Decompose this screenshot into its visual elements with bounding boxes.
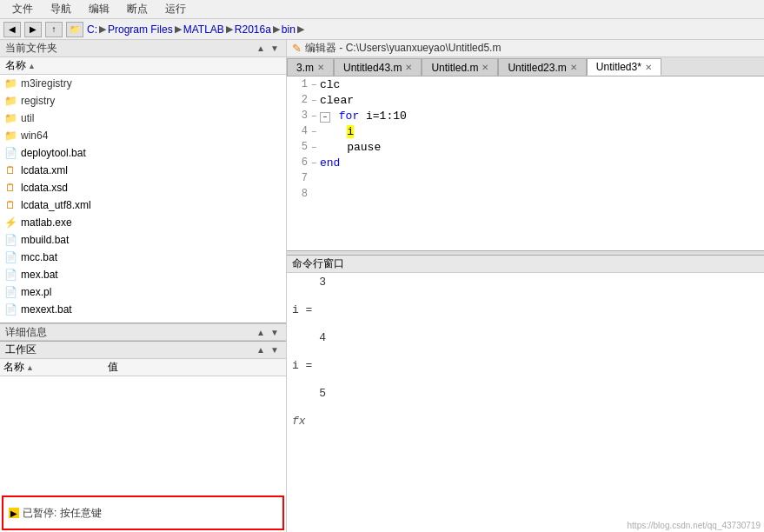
breadcrumb: C: ▶ Program Files ▶ MATLAB ▶ R2016a ▶ b… (87, 23, 304, 36)
tab-untitled-label: Untitled.m (431, 62, 478, 74)
list-item[interactable]: 📄 mexext.bat (0, 301, 286, 318)
ws-name-col[interactable]: 名称 ▲ (3, 360, 108, 375)
fx-label: fx (292, 415, 306, 428)
code-line-3: 3 – – for i=1:10 (287, 108, 764, 123)
path-program-files[interactable]: Program Files (108, 23, 173, 36)
browse-button[interactable]: 📁 (66, 22, 83, 37)
file-browser: 当前文件夹 ▲ ▼ 名称 ▲ 📁 m3iregistry (0, 40, 286, 323)
file-item-name: m3iregistry (21, 77, 72, 90)
code-line-6: 6 – end (287, 155, 764, 170)
code-line-2: 2 – clear (287, 92, 764, 108)
list-item[interactable]: 🗒 lcdata.xsd (0, 179, 286, 196)
tab-3m[interactable]: 3.m ✕ (287, 58, 334, 76)
details-up-btn[interactable]: ▲ (255, 326, 267, 338)
list-item[interactable]: 🗒 lcdata_utf8.xml (0, 196, 286, 214)
menu-navigate[interactable]: 导航 (42, 0, 80, 18)
collapse-for-icon[interactable]: – (320, 112, 330, 123)
right-panel: ✎ 编辑器 - C:\Users\yuanxueyao\Untitled5.m … (287, 40, 764, 532)
command-window: 命令行窗口 3 i = 4 i = 5 fx (287, 256, 764, 464)
cmd-output-line: i = (292, 303, 759, 316)
list-item[interactable]: 🗒 lcdata.xml (0, 162, 286, 179)
code-line-7: 7 (287, 170, 764, 186)
list-item[interactable]: 📄 mcc.bat (0, 249, 286, 266)
file-panel-title: 当前文件夹 (5, 41, 57, 56)
file-item-name: mcc.bat (21, 251, 57, 263)
menu-edit[interactable]: 编辑 (80, 0, 118, 18)
tab-untitled23[interactable]: Untitled23.m ✕ (498, 58, 586, 76)
tab-untitled-close[interactable]: ✕ (482, 63, 488, 72)
file-icon: 📄 (3, 233, 17, 247)
cmd-prompt-line: fx (292, 415, 759, 428)
tab-untitled3-close[interactable]: ✕ (645, 63, 652, 72)
editor-file-icon: ✎ (292, 42, 302, 55)
details-section[interactable]: 详细信息 ▲ ▼ (0, 323, 286, 341)
cmd-output-line: 3 (292, 276, 759, 289)
file-list: 📁 m3iregistry 📁 registry 📁 util 📁 win64 (0, 75, 286, 323)
file-item-name: mbuild.bat (21, 234, 69, 246)
file-item-name: lcdata.xsd (21, 182, 68, 194)
path-toolbar: ◀ ▶ ↑ 📁 C: ▶ Program Files ▶ MATLAB ▶ R2… (0, 19, 764, 40)
tab-untitled[interactable]: Untitled.m ✕ (422, 58, 498, 76)
cmd-body[interactable]: 3 i = 4 i = 5 fx (287, 273, 764, 464)
editor-title: 编辑器 - C:\Users\yuanxueyao\Untitled5.m (305, 41, 501, 56)
file-item-name: deploytool.bat (21, 147, 86, 159)
list-item[interactable]: 📁 registry (0, 92, 286, 110)
tab-untitled23-close[interactable]: ✕ (570, 63, 577, 72)
cmd-output-line: 5 (292, 387, 759, 400)
up-button[interactable]: ↑ (45, 22, 63, 37)
file-col-header: 名称 ▲ (0, 57, 286, 75)
back-button[interactable]: ◀ (3, 22, 21, 37)
details-menu-btn[interactable]: ▼ (269, 326, 281, 338)
tab-untitled3[interactable]: Untitled3* ✕ (587, 58, 661, 76)
cmd-output-line (292, 373, 759, 386)
tab-untitled43[interactable]: Untitled43.m ✕ (334, 58, 422, 76)
name-col-sort[interactable]: 名称 ▲ (5, 58, 281, 73)
list-item[interactable]: 📁 util (0, 110, 286, 127)
tab-3m-close[interactable]: ✕ (317, 63, 324, 72)
ws-sort-arrow: ▲ (26, 363, 34, 372)
folder-icon: 📁 (3, 129, 17, 143)
path-c[interactable]: C: (87, 23, 97, 36)
workspace-up-btn[interactable]: ▲ (255, 344, 267, 356)
cmd-window-header: 命令行窗口 (287, 256, 764, 273)
list-item[interactable]: 📁 m3iregistry (0, 75, 286, 92)
list-item[interactable]: 📄 mex.bat (0, 266, 286, 283)
file-icon: 🗒 (3, 163, 17, 177)
file-panel-header: 当前文件夹 ▲ ▼ (0, 40, 286, 57)
list-item[interactable]: 📄 deploytool.bat (0, 144, 286, 162)
path-bin[interactable]: bin (282, 23, 296, 36)
editor-header: ✎ 编辑器 - C:\Users\yuanxueyao\Untitled5.m (287, 40, 764, 57)
path-r2016a[interactable]: R2016a (235, 23, 271, 36)
menu-items: 文件 导航 编辑 断点 运行 (3, 0, 195, 18)
file-icon: 📄 (3, 268, 17, 282)
file-item-name: util (21, 112, 34, 124)
ws-value-col: 值 (108, 360, 282, 375)
list-item[interactable]: 📄 mbuild.bat (0, 231, 286, 249)
file-panel-menu-btn[interactable]: ▼ (269, 43, 281, 55)
menu-bar: 文件 导航 编辑 断点 运行 (0, 0, 764, 19)
code-editor[interactable]: 1 – clc 2 – clear 3 – – for i=1:10 (287, 76, 764, 250)
workspace-section: 工作区 ▲ ▼ 名称 ▲ 值 ▶ 已暂停: 按任意键 (0, 341, 286, 532)
menu-file[interactable]: 文件 (3, 0, 42, 18)
list-item[interactable]: 📁 win64 (0, 127, 286, 144)
debug-status-area: ▶ 已暂停: 按任意键 (2, 495, 284, 530)
tab-untitled43-close[interactable]: ✕ (405, 63, 412, 72)
code-line-8: 8 (287, 186, 764, 202)
editor-tabs: 3.m ✕ Untitled43.m ✕ Untitled.m ✕ Untitl… (287, 57, 764, 76)
file-panel-up-btn[interactable]: ▲ (255, 43, 267, 55)
file-item-name: mexext.bat (21, 303, 72, 316)
workspace-col-header: 名称 ▲ 值 (0, 359, 286, 376)
tab-untitled43-label: Untitled43.m (343, 62, 402, 74)
list-item[interactable]: 📄 mex.pl (0, 283, 286, 301)
file-item-name: mex.pl (21, 286, 51, 298)
menu-run[interactable]: 运行 (156, 0, 195, 18)
folder-icon: 📁 (3, 76, 17, 90)
workspace-body (0, 376, 286, 494)
workspace-menu-btn[interactable]: ▼ (269, 344, 281, 356)
path-matlab[interactable]: MATLAB (183, 23, 224, 36)
cmd-output-line (292, 345, 759, 358)
forward-button[interactable]: ▶ (24, 22, 42, 37)
list-item[interactable]: ⚡ matlab.exe (0, 214, 286, 231)
menu-breakpoint[interactable]: 断点 (118, 0, 156, 18)
code-line-1: 1 – clc (287, 76, 764, 92)
